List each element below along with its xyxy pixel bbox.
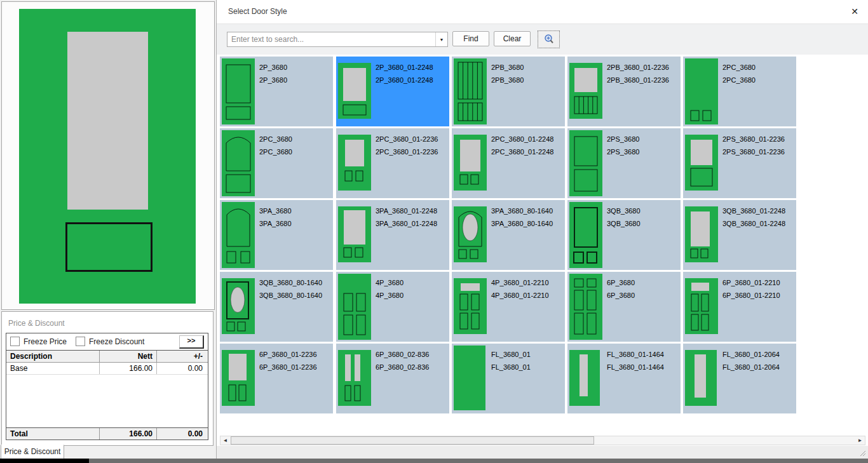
door-style-labels: 3QB_36803QB_3680 [607,205,641,230]
door-preview [19,9,196,304]
door-style-name: 2PC_3680_01-2236 [376,133,438,145]
find-button[interactable]: Find [452,31,489,46]
door-style-name: 2PC_3680 [259,145,292,158]
checkbox-icon[interactable] [76,337,85,346]
door-style-name: 4P_3680 [376,276,403,289]
scroll-right-icon[interactable]: ► [855,436,865,445]
freeze-price-checkbox[interactable]: Freeze Price [10,337,67,346]
door-style-labels: 2PS_36802PS_3680 [607,133,639,158]
door-style-name: 2PS_3680_01-2236 [722,145,785,158]
door-style-name: 4P_3680_01-2210 [491,289,549,302]
scroll-left-icon[interactable]: ◄ [220,436,230,445]
door-icon [454,206,487,262]
door-style-name: 2PC_3680 [722,61,756,74]
table-row[interactable]: Base 166.00 0.00 [6,363,208,375]
door-style-labels: 2PC_36802PC_3680 [259,133,292,158]
door-style-name: 2PC_3680_01-2236 [376,145,438,158]
door-style-cell[interactable]: 2P_36802P_3680 [220,57,333,126]
zoom-button[interactable] [538,30,560,48]
door-style-name: 2PC_3680 [259,133,292,145]
dialog-titlebar: Select Door Style ✕ [217,0,868,24]
door-style-cell[interactable]: FL_3680_01-2064FL_3680_01-2064 [683,344,796,413]
door-style-name: 3PA_3680_80-1640 [491,205,553,217]
door-style-name: 2PB_3680_01-2236 [607,61,669,74]
row-description: Base [6,363,100,374]
door-style-name: FL_3680_01-1464 [607,348,664,361]
total-label: Total [6,428,100,440]
door-style-cell[interactable]: 6P_36806P_3680 [567,272,681,342]
door-icon [222,130,255,196]
door-style-cell[interactable]: 3QB_3680_01-22483QB_3680_01-2248 [683,200,796,270]
door-style-labels: 2PC_36802PC_3680 [722,61,756,86]
door-style-name: 4P_3680 [376,289,403,302]
door-style-name: 2PC_3680 [722,74,756,86]
price-total-row: Total 166.00 0.00 [6,427,208,440]
door-style-cell[interactable]: 2PB_3680_01-22362PB_3680_01-2236 [567,57,681,126]
freeze-options-row: Freeze Price Freeze Discount >> [6,333,208,349]
door-style-cell[interactable]: 2PC_36802PC_3680 [683,57,796,126]
door-style-cell[interactable]: 3QB_36803QB_3680 [567,200,681,270]
door-style-name: 3QB_3680_01-2248 [722,217,785,230]
door-style-cell[interactable]: 4P_3680_01-22104P_3680_01-2210 [452,272,565,342]
door-style-cell[interactable]: 2PB_36802PB_3680 [452,57,565,126]
door-style-cell[interactable]: 2PS_36802PS_3680 [567,128,681,198]
door-style-cell[interactable]: 3PA_3680_80-16403PA_3680_80-1640 [452,200,565,270]
door-style-name: 3QB_3680_01-2248 [722,205,785,217]
scrollbar-thumb[interactable] [231,436,594,445]
door-style-name: 3PA_3680 [259,205,292,217]
door-style-cell[interactable]: 6P_3680_01-22106P_3680_01-2210 [683,272,796,342]
door-style-name: 2PB_3680 [491,61,524,74]
search-input[interactable] [227,32,435,46]
door-style-cell[interactable]: 6P_3680_02-8366P_3680_02-836 [336,344,449,413]
door-style-labels: 2P_36802P_3680 [259,61,287,86]
door-style-labels: 2PS_3680_01-22362PS_3680_01-2236 [722,133,785,158]
door-style-labels: 2PC_3680_01-22482PC_3680_01-2248 [491,133,553,158]
expand-button[interactable]: >> [179,335,204,349]
door-style-labels: 3QB_3680_80-16403QB_3680_80-1640 [259,276,322,302]
close-icon[interactable]: ✕ [848,5,861,18]
window-bottom-edge-dark [0,459,89,463]
horizontal-scrollbar[interactable]: ◄ ► [220,436,865,445]
door-style-name: 3QB_3680 [607,205,641,217]
door-style-name: 2PB_3680 [491,74,524,86]
door-style-name: 2P_3680 [259,61,287,74]
door-style-cell[interactable]: 2PC_36802PC_3680 [220,128,333,198]
door-style-cell[interactable]: 2PC_3680_01-22362PC_3680_01-2236 [336,128,449,198]
door-icon [685,206,718,262]
door-style-cell[interactable]: 2PS_3680_01-22362PS_3680_01-2236 [683,128,796,198]
dropdown-button[interactable]: ▼ [435,32,447,46]
search-combobox: ▼ [227,32,448,47]
price-box: Freeze Price Freeze Discount >> Descript… [6,333,208,440]
checkbox-icon[interactable] [10,337,20,346]
door-style-name: 3PA_3680_80-1640 [491,217,553,230]
door-style-cell[interactable]: 2P_3680_01-22482P_3680_01-2248 [336,57,449,126]
door-style-labels: 3PA_3680_80-16403PA_3680_80-1640 [491,205,553,230]
door-style-labels: 3QB_3680_01-22483QB_3680_01-2248 [722,205,785,230]
door-style-cell[interactable]: FL_3680_01FL_3680_01 [452,344,565,413]
door-style-labels: 2PC_3680_01-22362PC_3680_01-2236 [376,133,438,158]
clear-button[interactable]: Clear [494,31,531,46]
door-style-name: FL_3680_01-1464 [607,361,664,373]
door-icon [685,278,718,334]
door-style-cell[interactable]: 2PC_3680_01-22482PC_3680_01-2248 [452,128,565,198]
freeze-discount-checkbox[interactable]: Freeze Discount [76,337,144,346]
door-style-name: FL_3680_01 [491,348,531,361]
door-style-cell[interactable]: 3QB_3680_80-16403QB_3680_80-1640 [220,272,333,342]
door-style-labels: 6P_36806P_3680 [607,276,635,302]
door-style-cell[interactable]: 3PA_3680_01-22483PA_3680_01-2248 [336,200,449,270]
door-preview-glass [67,32,148,210]
door-style-labels: 3PA_36803PA_3680 [259,205,292,230]
door-style-cell[interactable]: FL_3680_01-1464FL_3680_01-1464 [567,344,681,413]
door-style-name: 6P_3680_01-2210 [722,289,780,302]
door-style-name: FL_3680_01 [491,361,531,373]
resize-grip-icon[interactable] [858,449,866,457]
tab-price-discount[interactable]: Price & Discount [1,445,64,460]
door-style-name: 6P_3680 [607,276,635,289]
door-style-cell[interactable]: 6P_3680_01-22366P_3680_01-2236 [220,344,333,413]
door-style-cell[interactable]: 4P_36804P_3680 [336,272,449,342]
door-style-cell[interactable]: 3PA_36803PA_3680 [220,200,333,270]
door-style-labels: FL_3680_01FL_3680_01 [491,348,531,373]
door-icon [685,350,717,406]
door-style-labels: 2P_3680_01-22482P_3680_01-2248 [376,61,433,86]
total-nett: 166.00 [100,428,157,440]
